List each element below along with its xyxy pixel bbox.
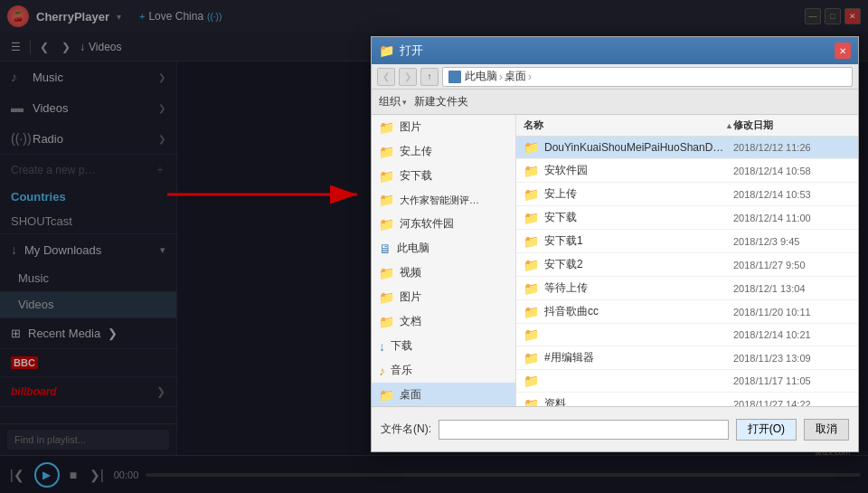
file-list: 📁 DouYinKuaiShouMeiPaiHuoShanDown 2018/1… [516, 137, 858, 406]
dialog-back-button[interactable]: ❮ [377, 68, 395, 86]
file-item[interactable]: 📁 #用编辑器 2018/11/23 13:09 [516, 346, 858, 370]
folder-icon: 📁 [379, 217, 394, 232]
file-folder-icon: 📁 [524, 211, 539, 225]
dialog-main-area: 名称 ▲ 修改日期 📁 DouYinKuaiShouMeiPaiHuoShanD… [516, 115, 858, 406]
breadcrumb-folder: 桌面 [505, 69, 526, 84]
cancel-button[interactable]: 取消 [804, 419, 849, 441]
dialog-folder-icon: 📁 [379, 43, 394, 58]
file-item[interactable]: 📁 资料 2018/11/27 14:22 [516, 393, 858, 406]
dialog-sidebar: 📁 图片 📁 安上传 📁 安下载 📁 大作家智能测评… [372, 115, 516, 406]
file-item[interactable]: 📁 安上传 2018/12/14 10:53 [516, 183, 858, 206]
dialog-window-controls: ✕ [835, 43, 851, 59]
dialog-sidebar-music-folder[interactable]: ♪ 音乐 [372, 358, 515, 383]
new-folder-button[interactable]: 新建文件夹 [414, 94, 468, 109]
dialog-sidebar-upload[interactable]: 📁 安上传 [372, 139, 515, 164]
dialog-sidebar-zuojia[interactable]: 📁 大作家智能测评… [372, 188, 515, 212]
file-folder-icon: 📁 [524, 374, 539, 388]
dialog-body: 📁 图片 📁 安上传 📁 安下载 📁 大作家智能测评… [372, 115, 858, 406]
file-item[interactable]: 📁 DouYinKuaiShouMeiPaiHuoShanDown 2018/1… [516, 137, 858, 159]
file-folder-icon: 📁 [524, 187, 539, 202]
dialog-sidebar-pictures[interactable]: 📁 图片 [372, 115, 515, 139]
folder-icon: 📁 [379, 193, 394, 207]
dialog-forward-button[interactable]: ❯ [399, 68, 417, 86]
file-item[interactable]: 📁 2018/12/14 10:21 [516, 324, 858, 346]
file-item[interactable]: 📁 安下载1 2018/12/3 9:45 [516, 230, 858, 253]
dialog-sidebar-docs[interactable]: 📁 文档 [372, 309, 515, 334]
file-folder-icon: 📁 [524, 397, 539, 407]
folder-icon: 📁 [379, 266, 394, 280]
breadcrumb-sep1: › [499, 71, 503, 83]
dialog-overlay: 📁 打开 ✕ ❮ ❯ ↑ 此电脑 › 桌面 › [0, 0, 868, 493]
file-folder-icon: 📁 [524, 258, 539, 272]
file-item[interactable]: 📁 等待上传 2018/12/1 13:04 [516, 277, 858, 300]
folder-icon: 📁 [379, 145, 394, 159]
download-icon: ↓ [379, 339, 385, 354]
dialog-close-button[interactable]: ✕ [835, 43, 851, 59]
file-item[interactable]: 📁 安软件园 2018/12/14 10:58 [516, 159, 858, 183]
music-folder-icon: ♪ [379, 364, 385, 378]
sort-icon: ▲ [725, 121, 733, 130]
breadcrumb-bar: 此电脑 › 桌面 › [442, 67, 853, 87]
folder-icon: 📁 [379, 315, 394, 329]
col-date-header: 修改日期 [733, 119, 851, 132]
desktop-folder-icon: 📁 [379, 388, 394, 403]
file-item[interactable]: 📁 安下载2 2018/11/27 9:50 [516, 253, 858, 277]
dialog-sidebar-dl[interactable]: ↓ 下载 [372, 334, 515, 358]
file-item[interactable]: 📁 安下载 2018/12/14 11:00 [516, 206, 858, 230]
file-dialog: 📁 打开 ✕ ❮ ❯ ↑ 此电脑 › 桌面 › [371, 36, 859, 452]
dialog-up-button[interactable]: ↑ [420, 68, 439, 86]
folder-icon: 📁 [379, 290, 394, 305]
col-name-header: 名称 [524, 119, 723, 132]
pc-icon: 🖥 [379, 242, 392, 256]
dialog-sidebar-thispc[interactable]: 🖥 此电脑 [372, 236, 515, 261]
folder-icon: 📁 [379, 169, 394, 184]
file-item[interactable]: 📁 2018/11/17 11:05 [516, 370, 858, 393]
filename-label: 文件名(N): [381, 422, 431, 437]
file-folder-icon: 📁 [524, 281, 539, 296]
file-folder-icon: 📁 [524, 305, 539, 319]
file-folder-icon: 📁 [524, 140, 539, 155]
dialog-title-bar: 📁 打开 ✕ [372, 37, 858, 64]
app-window: 🍒 CherryPlayer ▾ + Love China ((·)) — □ … [0, 0, 868, 493]
breadcrumb-pc: 此电脑 [465, 69, 497, 84]
dialog-sidebar-pic-folder[interactable]: 📁 图片 [372, 285, 515, 309]
dialog-nav-bar: ❮ ❯ ↑ 此电脑 › 桌面 › [372, 64, 858, 90]
filename-input[interactable] [439, 420, 729, 440]
file-folder-icon: 📁 [524, 234, 539, 249]
dialog-sidebar-download[interactable]: 📁 安下载 [372, 164, 515, 188]
file-folder-icon: 📁 [524, 164, 539, 178]
file-item[interactable]: 📁 抖音歌曲cc 2018/11/20 10:11 [516, 300, 858, 324]
open-button[interactable]: 打开(O) [736, 419, 797, 441]
dialog-footer: 文件名(N): 打开(O) 取消 [372, 406, 858, 451]
dialog-sidebar-hedong[interactable]: 📁 河东软件园 [372, 212, 515, 236]
dialog-toolbar: 组织 ▾ 新建文件夹 [372, 90, 858, 115]
dialog-sidebar-desktop[interactable]: 📁 桌面 [372, 383, 515, 406]
breadcrumb-sep2: › [528, 71, 532, 83]
folder-icon: 📁 [379, 120, 394, 135]
dialog-sidebar-video-folder[interactable]: 📁 视频 [372, 261, 515, 285]
file-folder-icon: 📁 [524, 327, 539, 342]
pc-breadcrumb-icon [448, 71, 461, 83]
file-folder-icon: 📁 [524, 351, 539, 365]
organize-button[interactable]: 组织 ▾ [379, 94, 407, 109]
organize-dropdown-icon: ▾ [402, 98, 407, 107]
list-header: 名称 ▲ 修改日期 [516, 115, 858, 137]
dialog-title: 打开 [400, 43, 423, 59]
